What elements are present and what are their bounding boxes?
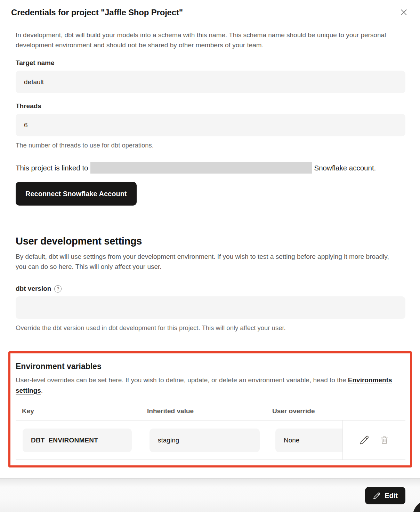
threads-help-text: The number of threads to use for dbt ope… <box>16 142 405 149</box>
modal-body: In development, dbt will build your mode… <box>0 30 420 467</box>
reconnect-snowflake-button[interactable]: Reconnect Snowflake Account <box>16 182 137 206</box>
schema-description-text: In development, dbt will build your mode… <box>16 30 405 50</box>
chat-bubble-fab[interactable] <box>413 500 420 512</box>
column-header-user-override: User override <box>266 407 342 415</box>
linked-account-prefix: This project is linked to <box>16 164 88 172</box>
redacted-account-name <box>90 162 312 174</box>
env-var-user-override-value: None <box>275 429 342 452</box>
close-icon <box>399 8 409 17</box>
linked-account-suffix: Snowflake account. <box>314 164 376 172</box>
column-header-key: Key <box>16 407 141 415</box>
pencil-icon <box>359 435 370 445</box>
threads-input[interactable] <box>16 114 405 136</box>
env-var-key-value: DBT_ENVIRONMENT <box>23 429 132 452</box>
target-name-label: Target name <box>16 59 405 67</box>
row-actions-cell <box>342 421 405 459</box>
close-button[interactable] <box>398 7 410 18</box>
environment-variables-description: User-level overrides can be set here. If… <box>16 375 403 395</box>
edit-variable-button[interactable] <box>359 435 370 445</box>
delete-variable-button[interactable] <box>379 435 389 445</box>
environment-variables-table: Key Inherited value User override DBT_EN… <box>16 402 405 460</box>
environment-variables-highlight-box: Environment variables User-level overrid… <box>8 351 412 467</box>
env-description-after-link: . <box>41 387 43 394</box>
modal-header: Credentials for project "Jaffle Shop Pro… <box>0 0 420 25</box>
dbt-version-label: dbt version <box>16 285 51 293</box>
edit-button-label: Edit <box>385 492 398 500</box>
edit-button[interactable]: Edit <box>365 487 405 504</box>
env-description-before-link: User-level overrides can be set here. If… <box>16 376 348 384</box>
env-var-inherited-value: staging <box>150 429 260 452</box>
trash-icon <box>379 435 389 445</box>
target-name-input[interactable] <box>16 71 405 93</box>
edit-pencil-icon <box>373 492 381 500</box>
help-icon[interactable]: ? <box>54 285 62 293</box>
dbt-version-input[interactable] <box>16 296 405 319</box>
user-dev-settings-heading: User development settings <box>16 235 405 247</box>
threads-label: Threads <box>16 102 405 110</box>
column-header-inherited-value: Inherited value <box>141 407 266 415</box>
modal-footer: Edit <box>0 478 420 512</box>
modal-title: Credentials for project "Jaffle Shop Pro… <box>11 8 183 17</box>
linked-account-text: This project is linked toSnowflake accou… <box>16 162 389 174</box>
table-row: DBT_ENVIRONMENT staging None <box>16 420 405 460</box>
dbt-version-help-text: Override the dbt version used in dbt dev… <box>16 324 405 332</box>
table-header-row: Key Inherited value User override <box>16 402 405 420</box>
environment-variables-heading: Environment variables <box>16 362 405 371</box>
reconnect-button-label: Reconnect Snowflake Account <box>25 190 127 198</box>
user-dev-settings-description: By default, dbt will use settings from y… <box>16 251 389 272</box>
